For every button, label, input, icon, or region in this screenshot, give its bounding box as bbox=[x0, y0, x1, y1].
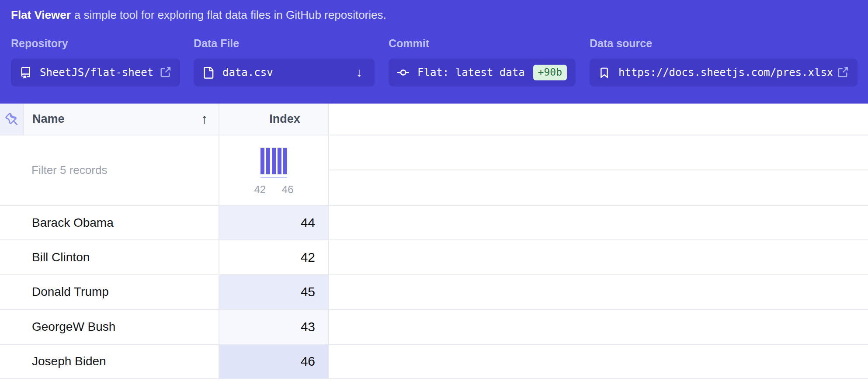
index-cell[interactable]: 46 bbox=[219, 345, 329, 378]
row-empty-area bbox=[329, 310, 868, 343]
row-empty-area bbox=[329, 275, 868, 309]
name-cell[interactable]: GeorgeW Bush bbox=[0, 310, 219, 343]
app-header: Flat Viewera simple tool for exploring f… bbox=[0, 0, 868, 104]
table-row[interactable]: Donald Trump 45 bbox=[0, 275, 868, 310]
index-histogram: 42 46 bbox=[254, 148, 294, 196]
index-histogram-cell[interactable]: 42 46 bbox=[219, 135, 329, 205]
external-link-icon bbox=[159, 66, 171, 79]
column-header-name[interactable]: Name ↑ bbox=[24, 104, 219, 135]
repository-label: Repository bbox=[11, 38, 180, 49]
index-column-label: Index bbox=[269, 112, 300, 126]
row-empty-area bbox=[329, 345, 868, 378]
filter-row: 42 46 bbox=[0, 135, 868, 206]
data-file-value: data.csv bbox=[222, 66, 273, 79]
index-cell[interactable]: 44 bbox=[219, 206, 329, 239]
name-cell[interactable]: Joseph Biden bbox=[0, 345, 219, 378]
external-link-icon bbox=[837, 66, 849, 79]
file-icon bbox=[202, 67, 214, 79]
name-cell[interactable]: Donald Trump bbox=[0, 275, 219, 309]
app-title: Flat Viewera simple tool for exploring f… bbox=[11, 8, 386, 22]
histogram-labels: 42 46 bbox=[254, 184, 294, 196]
data-table: Name ↑ Index 42 46 bbox=[0, 104, 868, 379]
data-file-control: Data File data.csv ↓ bbox=[194, 38, 375, 87]
histogram-bar bbox=[272, 148, 276, 174]
histogram-range-bar bbox=[260, 177, 287, 178]
name-column-label: Name bbox=[32, 112, 65, 126]
row-empty-area bbox=[329, 240, 868, 274]
index-cell[interactable]: 43 bbox=[219, 310, 329, 343]
index-cell[interactable]: 45 bbox=[219, 275, 329, 309]
flat-viewer-app: Flat Viewera simple tool for exploring f… bbox=[0, 0, 868, 388]
histogram-bar bbox=[278, 148, 281, 174]
chevron-down-icon: ↓ bbox=[356, 66, 366, 80]
commit-button[interactable]: Flat: latest data +90b bbox=[389, 59, 576, 87]
git-commit-icon bbox=[397, 67, 409, 79]
repo-icon bbox=[20, 67, 31, 79]
histogram-bar bbox=[266, 148, 270, 174]
sort-ascending-icon: ↑ bbox=[201, 111, 208, 127]
data-source-label: Data source bbox=[590, 38, 858, 49]
data-source-link[interactable]: https://docs.sheetjs.com/pres.xlsx bbox=[590, 59, 858, 87]
header-empty-area bbox=[329, 104, 868, 135]
name-cell[interactable]: Bill Clinton bbox=[0, 240, 219, 274]
table-row[interactable]: GeorgeW Bush 43 bbox=[0, 310, 868, 344]
table-row[interactable]: Bill Clinton 42 bbox=[0, 240, 868, 275]
histogram-bars bbox=[260, 148, 287, 174]
app-tagline: a simple tool for exploring flat data fi… bbox=[74, 8, 386, 21]
data-source-control: Data source https://docs.sheetjs.com/pre… bbox=[590, 38, 858, 87]
commit-control: Commit Flat: latest data +90b bbox=[389, 38, 576, 87]
filter-row-divider bbox=[329, 135, 868, 170]
diff-size-badge: +90b bbox=[533, 65, 567, 80]
commit-label: Commit bbox=[389, 38, 576, 49]
commit-message: Flat: latest data bbox=[417, 66, 525, 79]
table-header-row: Name ↑ Index bbox=[0, 104, 868, 135]
histogram-max-label: 46 bbox=[282, 184, 294, 196]
repository-button[interactable]: SheetJS/flat-sheet bbox=[11, 59, 180, 87]
table-row[interactable]: Barack Obama 44 bbox=[0, 206, 868, 240]
column-header-index[interactable]: Index bbox=[219, 104, 329, 135]
table-row[interactable]: Joseph Biden 46 bbox=[0, 345, 868, 379]
pin-icon bbox=[5, 113, 18, 126]
repository-control: Repository SheetJS/flat-sheet bbox=[11, 38, 180, 87]
pin-column-button[interactable] bbox=[0, 104, 24, 135]
filter-input[interactable] bbox=[0, 135, 219, 205]
app-name: Flat Viewer bbox=[11, 8, 71, 21]
filter-empty-area bbox=[329, 135, 868, 205]
repository-value: SheetJS/flat-sheet bbox=[40, 66, 153, 79]
row-empty-area bbox=[329, 206, 868, 239]
data-file-label: Data File bbox=[194, 38, 375, 49]
name-cell[interactable]: Barack Obama bbox=[0, 206, 219, 239]
bookmark-icon bbox=[598, 67, 610, 79]
histogram-min-label: 42 bbox=[254, 184, 266, 196]
histogram-bar bbox=[260, 148, 264, 174]
histogram-bar bbox=[283, 148, 287, 174]
name-filter-cell bbox=[0, 135, 219, 205]
data-source-url: https://docs.sheetjs.com/pres.xlsx bbox=[618, 66, 833, 79]
data-file-select[interactable]: data.csv ↓ bbox=[194, 59, 375, 87]
index-cell[interactable]: 42 bbox=[219, 240, 329, 274]
